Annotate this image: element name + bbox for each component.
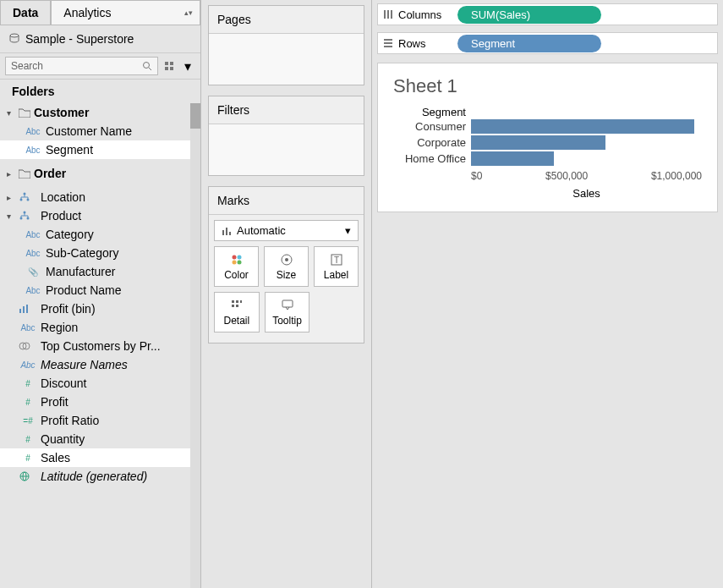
field-profit-ratio[interactable]: =# Profit Ratio bbox=[0, 411, 200, 430]
number-icon: # bbox=[19, 453, 37, 463]
bar[interactable] bbox=[471, 135, 605, 150]
bar[interactable] bbox=[471, 151, 554, 166]
set-icon bbox=[19, 341, 37, 351]
field-product[interactable]: ▾ Product bbox=[0, 206, 200, 225]
sort-icon: ▴▾ bbox=[184, 8, 193, 17]
marks-color-button[interactable]: Color bbox=[214, 246, 259, 287]
bar-row[interactable]: Corporate bbox=[393, 135, 702, 151]
field-discount[interactable]: # Discount bbox=[0, 374, 200, 393]
folder-icon bbox=[19, 168, 30, 179]
scrollbar-thumb[interactable] bbox=[190, 103, 200, 129]
chevron-down-icon: ▾ bbox=[345, 224, 351, 237]
size-icon bbox=[280, 252, 293, 267]
field-latitude[interactable]: Latitude (generated) bbox=[0, 467, 200, 486]
number-icon: # bbox=[19, 435, 37, 444]
svg-text:T: T bbox=[333, 256, 338, 265]
columns-shelf[interactable]: Columns SUM(Sales) bbox=[377, 3, 718, 25]
tooltip-icon bbox=[281, 298, 294, 313]
bar-row[interactable]: Consumer bbox=[393, 118, 702, 135]
bar-row[interactable]: Home Office bbox=[393, 151, 702, 167]
tree-scrollbar[interactable] bbox=[190, 103, 200, 588]
view-list-icon[interactable] bbox=[162, 58, 177, 74]
x-axis-title: Sales bbox=[393, 187, 702, 200]
field-measure-names[interactable]: Abc Measure Names bbox=[0, 355, 200, 374]
columns-pill[interactable]: SUM(Sales) bbox=[457, 6, 601, 24]
folder-label: Order bbox=[34, 167, 66, 180]
chevron-down-icon: ▾ bbox=[7, 212, 15, 221]
chart-y-header: Segment bbox=[393, 106, 471, 118]
svg-point-25 bbox=[237, 256, 241, 260]
field-category[interactable]: Abc Category bbox=[0, 225, 200, 244]
datasource-icon bbox=[8, 33, 20, 45]
datasource-name: Sample - Superstore bbox=[25, 32, 134, 46]
svg-point-27 bbox=[237, 261, 241, 265]
marks-title: Marks bbox=[209, 187, 364, 215]
marks-tooltip-button[interactable]: Tooltip bbox=[265, 292, 310, 332]
field-top-customers[interactable]: Top Customers by Pr... bbox=[0, 337, 200, 355]
axis-tick: $0 bbox=[471, 170, 482, 182]
svg-rect-5 bbox=[165, 67, 168, 70]
svg-rect-38 bbox=[384, 10, 386, 19]
rows-pill[interactable]: Segment bbox=[457, 35, 601, 52]
folder-label: Customer bbox=[34, 106, 89, 119]
search-placeholder: Search bbox=[11, 60, 43, 72]
svg-rect-23 bbox=[229, 232, 231, 235]
field-manufacturer[interactable]: 📎 Manufacturer bbox=[0, 262, 200, 281]
datasource-row[interactable]: Sample - Superstore bbox=[0, 25, 200, 53]
rows-shelf[interactable]: Rows Segment bbox=[377, 32, 718, 54]
marks-detail-button[interactable]: Detail bbox=[214, 292, 260, 332]
marks-size-button[interactable]: Size bbox=[264, 246, 309, 287]
pages-body[interactable] bbox=[209, 34, 364, 85]
filters-body[interactable] bbox=[209, 124, 364, 175]
bar-track bbox=[471, 135, 702, 150]
svg-rect-37 bbox=[282, 300, 293, 307]
marks-card: Marks Automatic ▾ Color bbox=[208, 186, 364, 343]
svg-rect-32 bbox=[232, 300, 234, 303]
folder-order[interactable]: ▸ Order bbox=[0, 164, 200, 183]
pages-card[interactable]: Pages bbox=[208, 5, 364, 85]
color-icon bbox=[230, 252, 244, 267]
filters-card[interactable]: Filters bbox=[208, 96, 364, 176]
field-sales[interactable]: # Sales bbox=[0, 448, 200, 467]
rows-icon bbox=[383, 38, 393, 48]
pages-title: Pages bbox=[209, 6, 364, 34]
x-axis-ticks: $0$500,000$1,000,000 bbox=[471, 170, 702, 182]
svg-point-26 bbox=[232, 261, 236, 265]
field-location[interactable]: ▸ Location bbox=[0, 188, 200, 206]
bin-icon bbox=[19, 304, 37, 314]
tab-analytics-label: Analytics bbox=[63, 6, 111, 19]
sheet-title[interactable]: Sheet 1 bbox=[393, 75, 702, 97]
field-customer-name[interactable]: Abc Customer Name bbox=[0, 122, 200, 140]
field-profit-bin[interactable]: Profit (bin) bbox=[0, 299, 200, 318]
folder-icon bbox=[19, 107, 30, 118]
field-profit[interactable]: # Profit bbox=[0, 393, 200, 411]
field-sub-category[interactable]: Abc Sub-Category bbox=[0, 244, 200, 262]
tab-analytics[interactable]: Analytics ▴▾ bbox=[51, 0, 200, 25]
bar-label: Home Office bbox=[393, 152, 471, 165]
view-menu-icon[interactable]: ▾ bbox=[180, 58, 195, 74]
chevron-right-icon: ▸ bbox=[7, 169, 15, 179]
svg-rect-22 bbox=[226, 228, 227, 235]
svg-rect-14 bbox=[23, 306, 25, 313]
marks-type-dropdown[interactable]: Automatic ▾ bbox=[214, 220, 359, 241]
search-icon bbox=[142, 61, 152, 71]
svg-rect-21 bbox=[222, 230, 224, 235]
bar[interactable] bbox=[471, 119, 694, 134]
svg-point-1 bbox=[144, 63, 150, 69]
folder-customer[interactable]: ▾ Customer bbox=[0, 103, 200, 122]
columns-label: Columns bbox=[398, 8, 441, 21]
field-segment[interactable]: Abc Segment bbox=[0, 140, 200, 159]
tab-data[interactable]: Data bbox=[0, 0, 51, 25]
svg-rect-15 bbox=[26, 305, 28, 313]
marks-label-button[interactable]: T Label bbox=[314, 246, 359, 287]
clip-icon: 📎 bbox=[24, 267, 42, 277]
svg-rect-40 bbox=[391, 10, 392, 19]
field-quantity[interactable]: # Quantity bbox=[0, 430, 200, 448]
field-product-name[interactable]: Abc Product Name bbox=[0, 281, 200, 299]
field-region[interactable]: Abc Region bbox=[0, 318, 200, 337]
rows-label: Rows bbox=[398, 37, 426, 50]
columns-icon bbox=[383, 9, 393, 19]
svg-rect-4 bbox=[170, 62, 173, 65]
search-input[interactable]: Search bbox=[5, 57, 158, 75]
bar-label: Consumer bbox=[393, 120, 471, 133]
